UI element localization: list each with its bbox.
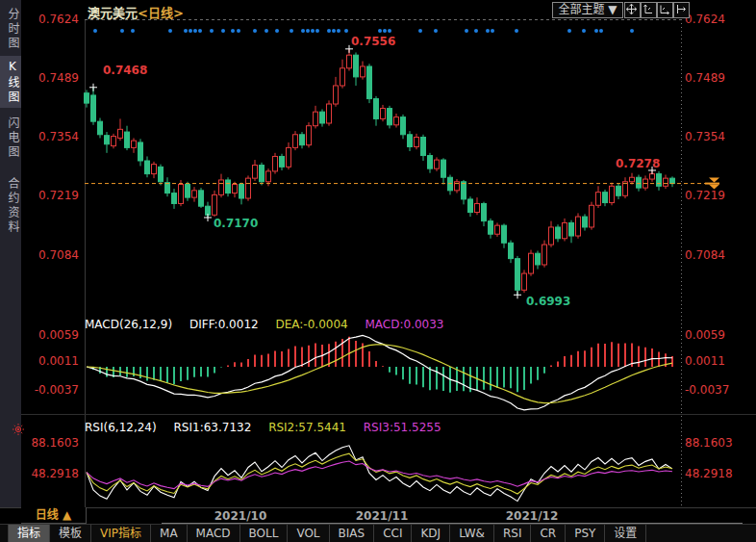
rsi2-value: RSI2:57.5441 [268,421,346,434]
chart-title: 澳元美元<日线> [88,3,184,21]
symbol-name: 澳元美元 [88,6,138,20]
period-up-arrow-icon: ▲ [63,508,71,522]
zoom-horizontal-axis-icon[interactable] [657,2,673,18]
chart-canvas [0,0,756,542]
toolbar-tab[interactable]: 指标 [8,525,50,542]
toolbar-tab[interactable]: KDJ [412,525,450,542]
toolbar-tab[interactable]: 设置 [605,525,646,542]
sidebar-item[interactable]: 合约资料 [0,169,21,243]
toolbar-tab[interactable]: VIP指标 [91,525,151,542]
toolbar-tab[interactable]: CR [531,525,566,542]
rsi3-value: RSI3:51.5255 [364,421,441,434]
period-selector-label: 日线 [36,508,59,522]
macd-dea-value: DEA:-0.0004 [275,318,347,331]
toolbar-tab[interactable]: LW& [450,525,494,542]
period-selector-button[interactable]: 日线 ▲ [21,507,87,524]
sidebar-item[interactable]: 闪电图 [0,112,21,164]
macd-value: MACD:0.0033 [365,318,444,331]
all-themes-label: 全部主题 [558,3,604,16]
sidebar-item[interactable]: 分时图 [0,4,21,54]
toolbar-tab[interactable]: BIAS [330,525,375,542]
toolbar-tab[interactable]: VOL [288,525,329,542]
all-themes-dropdown[interactable]: 全部主题 ▼ [552,2,623,18]
zoom-vertical-axis-icon[interactable] [641,2,657,18]
toolbar-tab[interactable]: BOLL [240,525,289,542]
macd-diff-value: DIFF:0.0012 [189,318,259,331]
indicator-toolbar: 指标模板VIP指标MAMACDBOLLVOLBIASCCIKDJLW&RSICR… [0,524,756,542]
expand-pane-icon[interactable] [673,2,690,18]
indicator-settings-icon[interactable] [12,422,25,440]
macd-params: MACD(26,12,9) [85,318,172,331]
toolbar-tab[interactable]: MACD [188,525,240,542]
trading-app-window: 0.76240.76240.74890.74890.73540.73540.72… [0,0,756,542]
toolbar-tab[interactable]: RSI [494,525,532,542]
sidebar-item[interactable]: K线图 [0,56,21,108]
pan-icon[interactable] [624,2,641,18]
toolbar-tab[interactable]: MA [151,525,188,542]
dropdown-arrow-icon: ▼ [608,3,617,16]
rsi-params: RSI(6,12,24) [85,421,157,434]
macd-panel-header: MACD(26,12,9) DIFF:0.0012 DEA:-0.0004 MA… [85,318,458,331]
toolbar-tab[interactable]: CCI [374,525,412,542]
toolbar-tab[interactable]: PSY [566,525,605,542]
rsi1-value: RSI1:63.7132 [174,421,252,434]
rsi-panel-header: RSI(6,12,24) RSI1:63.7132 RSI2:57.5441 R… [85,421,455,434]
toolbar-tab[interactable]: 模板 [50,525,91,542]
period-name: <日线> [138,6,184,20]
